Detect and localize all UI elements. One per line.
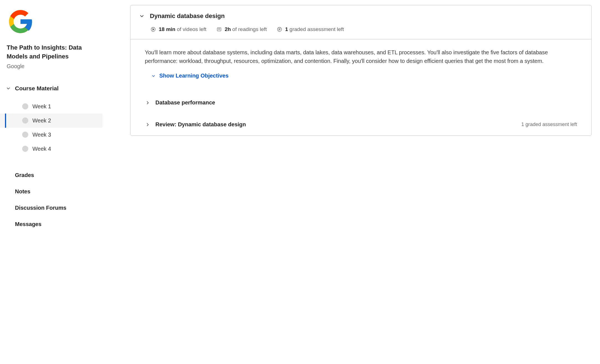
progress-dot-icon bbox=[22, 146, 28, 152]
nav-grades[interactable]: Grades bbox=[0, 167, 102, 183]
course-material-label: Course Material bbox=[15, 85, 59, 92]
chevron-down-icon bbox=[6, 86, 11, 91]
week-label: Week 3 bbox=[32, 132, 51, 138]
module-card: Dynamic database design 18 min of videos… bbox=[130, 5, 592, 136]
chevron-down-icon bbox=[151, 73, 156, 78]
module-toggle[interactable]: Dynamic database design bbox=[139, 12, 583, 20]
sidebar-item-week-1[interactable]: Week 1 bbox=[0, 99, 102, 114]
module-title: Dynamic database design bbox=[150, 12, 225, 20]
progress-dot-icon bbox=[22, 103, 28, 109]
nav-forums[interactable]: Discussion Forums bbox=[0, 200, 102, 216]
section-title: Review: Dynamic database design bbox=[155, 121, 246, 128]
week-label: Week 1 bbox=[32, 103, 51, 110]
svg-rect-2 bbox=[217, 28, 221, 31]
section-title: Database performance bbox=[155, 99, 215, 106]
section-meta: 1 graded assessment left bbox=[521, 122, 577, 127]
sidebar-item-week-4[interactable]: Week 4 bbox=[0, 142, 102, 156]
week-label: Week 2 bbox=[32, 117, 51, 124]
course-title: The Path to Insights: Data Models and Pi… bbox=[7, 43, 96, 61]
module-body: You'll learn more about database systems… bbox=[130, 39, 591, 92]
stat-assessments: 1 graded assessment left bbox=[277, 26, 344, 32]
assessment-icon bbox=[277, 27, 282, 32]
nav-messages[interactable]: Messages bbox=[0, 216, 102, 232]
course-material-toggle[interactable]: Course Material bbox=[0, 85, 102, 92]
reading-icon bbox=[216, 27, 222, 32]
chevron-right-icon bbox=[145, 100, 150, 106]
module-header: Dynamic database design 18 min of videos… bbox=[130, 5, 591, 39]
stat-videos: 18 min of videos left bbox=[150, 26, 206, 32]
google-logo bbox=[7, 8, 102, 37]
play-icon bbox=[150, 27, 156, 32]
module-description: You'll learn more about database systems… bbox=[145, 48, 577, 65]
section-database-performance[interactable]: Database performance bbox=[130, 92, 591, 114]
week-list: Week 1 Week 2 Week 3 Week 4 bbox=[0, 99, 102, 156]
section-review[interactable]: Review: Dynamic database design 1 graded… bbox=[130, 114, 591, 135]
chevron-down-icon bbox=[139, 13, 145, 19]
svg-marker-1 bbox=[153, 29, 154, 30]
nav-notes[interactable]: Notes bbox=[0, 183, 102, 200]
sidebar-item-week-2[interactable]: Week 2 bbox=[0, 114, 102, 128]
learning-objectives-label: Show Learning Objectives bbox=[159, 73, 229, 79]
week-label: Week 4 bbox=[32, 146, 51, 152]
progress-dot-icon bbox=[22, 132, 28, 138]
course-provider: Google bbox=[7, 63, 96, 70]
sidebar-item-week-3[interactable]: Week 3 bbox=[0, 128, 102, 142]
sidebar: The Path to Insights: Data Models and Pi… bbox=[0, 0, 102, 364]
chevron-right-icon bbox=[145, 122, 150, 127]
learning-objectives-toggle[interactable]: Show Learning Objectives bbox=[151, 73, 577, 79]
stat-readings: 2h of readings left bbox=[216, 26, 267, 32]
main-content: Dynamic database design 18 min of videos… bbox=[102, 0, 600, 364]
progress-dot-icon bbox=[22, 117, 28, 124]
stats-row: 18 min of videos left 2h of readings lef… bbox=[150, 26, 583, 32]
